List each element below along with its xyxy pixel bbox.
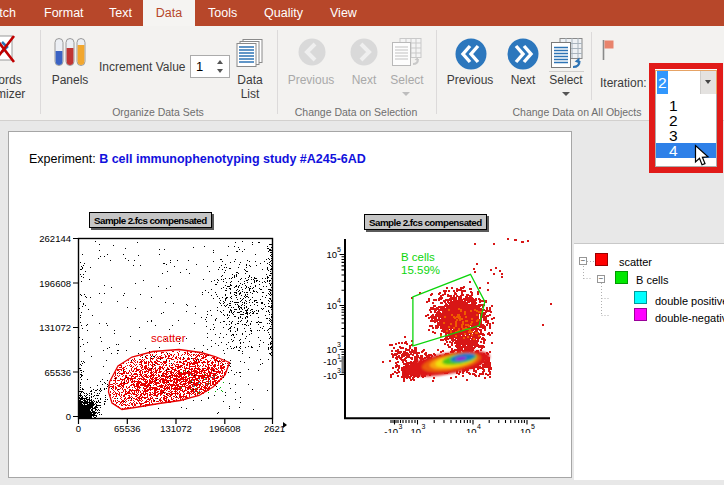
svg-text:131072: 131072 bbox=[160, 423, 192, 433]
svg-text:5: 5 bbox=[531, 423, 535, 430]
svg-text:3: 3 bbox=[399, 423, 403, 430]
svg-text:0: 0 bbox=[66, 411, 71, 422]
svg-text:B cells: B cells bbox=[401, 251, 435, 263]
svg-text:-10: -10 bbox=[323, 370, 337, 381]
svg-text:10: 10 bbox=[326, 344, 337, 355]
svg-text:3: 3 bbox=[337, 367, 341, 374]
svg-text:5: 5 bbox=[337, 246, 341, 253]
svg-text:10: 10 bbox=[326, 300, 337, 311]
svg-text:131072: 131072 bbox=[39, 322, 71, 333]
svg-text:10: 10 bbox=[410, 426, 421, 433]
svg-text:1: 1 bbox=[337, 353, 341, 360]
svg-text:-10: -10 bbox=[323, 356, 337, 367]
svg-text:65536: 65536 bbox=[45, 367, 71, 378]
svg-text:scatter: scatter bbox=[151, 332, 186, 344]
svg-text:3: 3 bbox=[337, 341, 341, 348]
svg-text:262144: 262144 bbox=[39, 233, 71, 244]
svg-text:65536: 65536 bbox=[114, 423, 140, 433]
svg-text:15.59%: 15.59% bbox=[401, 264, 440, 276]
svg-text:10: 10 bbox=[466, 426, 477, 433]
svg-text:-10: -10 bbox=[384, 426, 398, 433]
svg-text:4: 4 bbox=[477, 423, 481, 430]
svg-text:10: 10 bbox=[326, 249, 337, 260]
svg-text:196608: 196608 bbox=[209, 423, 241, 433]
svg-text:2621: 2621 bbox=[264, 423, 285, 433]
svg-text:196608: 196608 bbox=[39, 278, 71, 289]
svg-text:10: 10 bbox=[520, 426, 531, 433]
svg-text:4: 4 bbox=[337, 297, 341, 304]
svg-text:3: 3 bbox=[422, 423, 426, 430]
svg-text:0: 0 bbox=[76, 423, 81, 433]
